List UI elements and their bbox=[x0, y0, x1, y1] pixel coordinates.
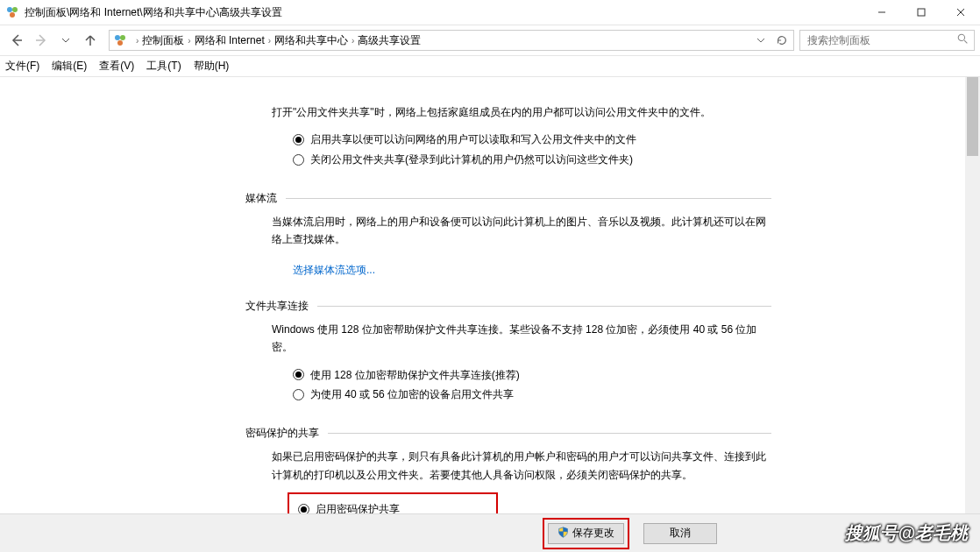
up-button[interactable] bbox=[79, 29, 102, 52]
window-controls bbox=[862, 0, 980, 25]
cancel-label: 取消 bbox=[670, 526, 691, 541]
refresh-icon[interactable] bbox=[774, 34, 790, 46]
svg-point-11 bbox=[117, 40, 123, 46]
menu-bar: 文件(F) 编辑(E) 查看(V) 工具(T) 帮助(H) bbox=[0, 56, 980, 77]
radio-password-enable[interactable]: 启用密码保护共享 bbox=[298, 499, 487, 513]
chevron-down-icon[interactable] bbox=[753, 36, 769, 45]
window-title: 控制面板\网络和 Internet\网络和共享中心\高级共享设置 bbox=[25, 5, 282, 20]
section-media-heading: 媒体流 bbox=[245, 191, 771, 206]
section-fileshare-heading: 文件共享连接 bbox=[245, 299, 771, 314]
radio-icon bbox=[298, 504, 309, 513]
back-button[interactable] bbox=[5, 29, 28, 52]
section-label: 媒体流 bbox=[245, 191, 277, 206]
section-label: 文件共享连接 bbox=[245, 299, 309, 314]
radio-public-disable[interactable]: 关闭公用文件夹共享(登录到此计算机的用户仍然可以访问这些文件夹) bbox=[293, 150, 771, 170]
svg-line-13 bbox=[964, 40, 967, 43]
public-folder-radios: 启用共享以便可以访问网络的用户可以读取和写入公用文件夹中的文件 关闭公用文件夹共… bbox=[293, 130, 771, 170]
footer: 保存更改 取消 bbox=[0, 513, 980, 552]
media-desc: 当媒体流启用时，网络上的用户和设备便可以访问此计算机上的图片、音乐以及视频。此计… bbox=[272, 213, 771, 249]
breadcrumb-item[interactable]: 控制面板› bbox=[142, 33, 194, 48]
toolbar: › 控制面板› 网络和 Internet› 网络和共享中心› 高级共享设置 bbox=[0, 25, 980, 56]
highlight-box-save: 保存更改 bbox=[543, 518, 629, 549]
menu-tools[interactable]: 工具(T) bbox=[146, 59, 181, 74]
minimize-button[interactable] bbox=[862, 0, 901, 25]
radio-icon bbox=[293, 134, 304, 145]
scrollbar[interactable] bbox=[965, 77, 980, 513]
menu-edit[interactable]: 编辑(E) bbox=[52, 59, 87, 74]
titlebar: 控制面板\网络和 Internet\网络和共享中心\高级共享设置 bbox=[0, 0, 980, 25]
radio-label: 启用密码保护共享 bbox=[316, 499, 400, 513]
forward-button[interactable] bbox=[30, 29, 53, 52]
section-password-heading: 密码保护的共享 bbox=[245, 426, 771, 441]
radio-icon bbox=[293, 369, 304, 380]
password-desc: 如果已启用密码保护的共享，则只有具备此计算机的用户帐户和密码的用户才可以访问共享… bbox=[272, 448, 771, 484]
address-bar[interactable]: › 控制面板› 网络和 Internet› 网络和共享中心› 高级共享设置 bbox=[109, 30, 794, 51]
media-options-link[interactable]: 选择媒体流选项... bbox=[293, 263, 375, 278]
content-area: 公用文件夹共享 打开"公用文件夹共享"时，网络上包括家庭组成员在内的用户都可以访… bbox=[0, 77, 980, 513]
radio-label: 使用 128 位加密帮助保护文件共享连接(推荐) bbox=[310, 365, 520, 386]
shield-icon bbox=[557, 527, 569, 541]
radio-public-enable[interactable]: 启用共享以便可以访问网络的用户可以读取和写入公用文件夹中的文件 bbox=[293, 130, 771, 150]
recent-dropdown[interactable] bbox=[54, 29, 77, 52]
svg-point-12 bbox=[958, 34, 964, 40]
breadcrumb-item[interactable]: 网络和共享中心› bbox=[274, 33, 358, 48]
search-input[interactable] bbox=[806, 33, 954, 47]
menu-help[interactable]: 帮助(H) bbox=[194, 59, 230, 74]
svg-point-0 bbox=[7, 7, 12, 12]
breadcrumb-label: 高级共享设置 bbox=[358, 33, 421, 48]
menu-view[interactable]: 查看(V) bbox=[99, 59, 134, 74]
close-button[interactable] bbox=[941, 0, 980, 25]
radio-label: 关闭公用文件夹共享(登录到此计算机的用户仍然可以访问这些文件夹) bbox=[310, 150, 633, 170]
section-label: 密码保护的共享 bbox=[245, 426, 319, 441]
radio-label: 为使用 40 或 56 位加密的设备启用文件共享 bbox=[310, 385, 514, 405]
breadcrumb-sep[interactable]: › bbox=[132, 36, 142, 46]
breadcrumb-label: 网络和共享中心 bbox=[274, 33, 348, 48]
save-button[interactable]: 保存更改 bbox=[548, 523, 624, 544]
svg-rect-4 bbox=[918, 9, 925, 16]
divider bbox=[317, 306, 771, 307]
svg-point-9 bbox=[115, 35, 120, 40]
divider bbox=[286, 198, 771, 199]
highlight-box-password: 启用密码保护共享 关闭密码保护共享 bbox=[288, 492, 498, 513]
public-folder-desc: 打开"公用文件夹共享"时，网络上包括家庭组成员在内的用户都可以访问公用文件夹中的… bbox=[272, 103, 771, 121]
menu-file[interactable]: 文件(F) bbox=[5, 59, 39, 74]
cancel-button[interactable]: 取消 bbox=[643, 523, 717, 544]
svg-point-10 bbox=[120, 35, 125, 40]
divider bbox=[328, 433, 771, 434]
radio-128bit[interactable]: 使用 128 位加密帮助保护文件共享连接(推荐) bbox=[293, 365, 771, 386]
breadcrumb-label: 控制面板 bbox=[142, 33, 184, 48]
maximize-button[interactable] bbox=[901, 0, 941, 25]
svg-point-1 bbox=[12, 7, 18, 12]
radio-icon bbox=[293, 154, 304, 166]
radio-40-56bit[interactable]: 为使用 40 或 56 位加密的设备启用文件共享 bbox=[293, 385, 771, 405]
radio-label: 启用共享以便可以访问网络的用户可以读取和写入公用文件夹中的文件 bbox=[310, 130, 636, 150]
breadcrumb-label: 网络和 Internet bbox=[195, 33, 265, 48]
fileshare-radios: 使用 128 位加密帮助保护文件共享连接(推荐) 为使用 40 或 56 位加密… bbox=[293, 365, 771, 406]
breadcrumb-item[interactable]: 高级共享设置 bbox=[358, 33, 421, 48]
fileshare-desc: Windows 使用 128 位加密帮助保护文件共享连接。某些设备不支持 128… bbox=[272, 321, 771, 357]
control-panel-icon bbox=[113, 33, 127, 47]
search-icon[interactable] bbox=[957, 33, 969, 47]
control-panel-icon bbox=[5, 5, 19, 19]
save-label: 保存更改 bbox=[572, 526, 614, 541]
scrollbar-thumb[interactable] bbox=[967, 77, 978, 156]
breadcrumb-item[interactable]: 网络和 Internet› bbox=[195, 33, 274, 48]
search-box[interactable] bbox=[799, 30, 975, 51]
radio-icon bbox=[293, 389, 304, 400]
svg-point-2 bbox=[10, 12, 15, 18]
